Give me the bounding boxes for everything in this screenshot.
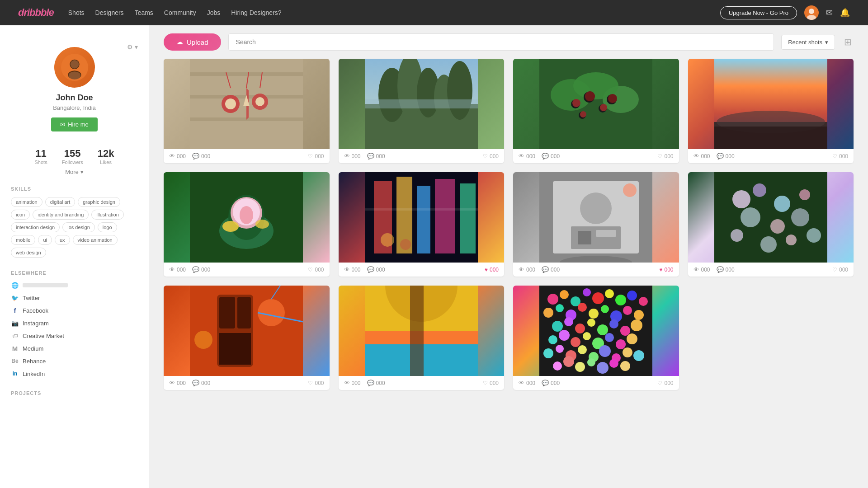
skill-graphic-design[interactable]: graphic design xyxy=(78,197,120,207)
shots-count: 11 xyxy=(35,148,47,160)
skill-digital-art[interactable]: digital art xyxy=(45,197,75,207)
recent-shots-dropdown[interactable]: Recent shots ▾ xyxy=(781,35,835,50)
views-count-1: 000 xyxy=(177,153,186,160)
elsewhere-instagram[interactable]: 📷 Instagram xyxy=(11,319,138,327)
svg-point-69 xyxy=(623,183,637,197)
svg-point-108 xyxy=(556,304,564,312)
shot-footer-5: 👁 000 💬 000 ♡ 000 xyxy=(164,263,330,277)
nav-designers[interactable]: Designers xyxy=(95,9,124,16)
svg-point-101 xyxy=(583,288,591,296)
nav-hiring[interactable]: Hiring Designers? xyxy=(231,9,281,16)
shot-card-7[interactable]: 👁 000 💬 000 ♥ 000 xyxy=(513,172,679,277)
skill-ios-design[interactable]: ios design xyxy=(62,222,95,232)
upload-label: Upload xyxy=(187,38,208,46)
svg-point-33 xyxy=(572,99,580,107)
skills-title: SKILLS xyxy=(11,186,138,192)
nav-community[interactable]: Community xyxy=(164,9,196,16)
svg-point-111 xyxy=(589,309,599,319)
nav-teams[interactable]: Teams xyxy=(135,9,153,16)
search-input[interactable] xyxy=(228,33,774,51)
heart-icon-10: ♡ xyxy=(483,380,488,386)
upload-icon: ☁ xyxy=(176,38,183,46)
hire-button[interactable]: Hire me xyxy=(51,117,98,131)
shot-image-7 xyxy=(513,172,679,263)
views-count-5: 000 xyxy=(177,267,186,273)
skill-ux[interactable]: ux xyxy=(55,235,70,245)
linkedin-label: LinkedIn xyxy=(23,371,45,377)
svg-point-17 xyxy=(225,99,236,109)
bell-icon[interactable]: 🔔 xyxy=(840,8,850,18)
comments-count-8: 000 xyxy=(726,267,735,273)
recent-shots-label: Recent shots xyxy=(788,39,822,46)
svg-point-106 xyxy=(639,297,648,306)
upload-button[interactable]: ☁ Upload xyxy=(164,33,221,51)
skill-video-animation[interactable]: video animation xyxy=(73,235,118,245)
comment-icon-7: 💬 xyxy=(542,266,549,273)
grid-view-button[interactable]: ⊞ xyxy=(842,35,854,49)
shot-card-2[interactable]: 👁 000 💬 000 ♡ 000 xyxy=(339,59,505,163)
elsewhere-linkedin[interactable]: in LinkedIn xyxy=(11,370,138,378)
profile-location: Bangalore, India xyxy=(53,104,96,111)
skill-illustration[interactable]: illustration xyxy=(91,210,124,220)
more-link[interactable]: More ▾ xyxy=(11,169,138,175)
skill-ui[interactable]: ui xyxy=(38,235,52,245)
shot-card-9[interactable]: 👁 000 💬 000 ♡ 000 xyxy=(164,286,330,390)
svg-rect-57 xyxy=(417,186,430,253)
nav-shots[interactable]: Shots xyxy=(68,9,85,16)
elsewhere-facebook[interactable]: f Facebook xyxy=(11,306,138,314)
likes-count-1: 000 xyxy=(315,153,324,160)
heart-icon-9: ♡ xyxy=(308,380,313,386)
heart-icon-1: ♡ xyxy=(308,153,313,160)
skill-interaction-design[interactable]: interaction design xyxy=(11,222,60,232)
shot-card-10[interactable]: 👁 000 💬 000 ♡ 000 xyxy=(339,286,505,390)
skill-icon[interactable]: icon xyxy=(11,210,30,220)
svg-rect-86 xyxy=(237,297,251,328)
settings-icon[interactable]: ⚙ ▾ xyxy=(127,43,138,51)
likes-count: 12k xyxy=(98,148,114,160)
shot-footer-9: 👁 000 💬 000 ♡ 000 xyxy=(164,376,330,390)
views-stat-7: 👁 000 xyxy=(519,266,535,273)
likes-stat-4: ♡ 000 xyxy=(832,153,848,160)
nav-jobs[interactable]: Jobs xyxy=(207,9,221,16)
upgrade-button[interactable]: Upgrade Now - Go Pro xyxy=(720,6,797,19)
svg-point-75 xyxy=(799,189,810,200)
skill-web-design[interactable]: web design xyxy=(11,248,46,258)
shot-image-4 xyxy=(688,59,854,149)
svg-point-41 xyxy=(580,111,586,117)
mail-icon[interactable]: ✉ xyxy=(826,8,833,18)
shot-card-1[interactable]: 👁 000 💬 000 ♡ 000 xyxy=(164,59,330,163)
svg-point-61 xyxy=(381,233,394,247)
navbar: dribbble Shots Designers Teams Community… xyxy=(0,0,868,25)
dribbble-logo[interactable]: dribbble xyxy=(18,7,54,19)
eye-icon-3: 👁 xyxy=(519,153,524,160)
skill-identity-branding[interactable]: identity and branding xyxy=(33,210,89,220)
shot-card-4[interactable]: 👁 000 💬 000 ♡ 000 xyxy=(688,59,854,163)
comments-count-10: 000 xyxy=(376,380,385,386)
comments-count-4: 000 xyxy=(726,153,735,160)
shot-card-8[interactable]: 👁 000 💬 000 ♡ 000 xyxy=(688,172,854,277)
shots-grid: 👁 000 💬 000 ♡ 000 xyxy=(149,59,868,404)
svg-point-98 xyxy=(547,294,558,305)
comment-icon-10: 💬 xyxy=(367,380,374,386)
svg-point-127 xyxy=(583,332,591,340)
views-stat-4: 👁 000 xyxy=(693,153,710,160)
svg-rect-87 xyxy=(219,333,251,365)
shot-card-5[interactable]: 👁 000 💬 000 ♡ 000 xyxy=(164,172,330,277)
likes-stat-10: ♡ 000 xyxy=(483,380,499,386)
shot-card-11[interactable]: 👁 000 💬 000 ♡ 000 xyxy=(513,286,679,390)
elsewhere-twitter[interactable]: 🐦 Twitter xyxy=(11,294,138,302)
elsewhere-behance[interactable]: Bē Behance xyxy=(11,357,138,365)
skill-mobile[interactable]: mobile xyxy=(11,235,35,245)
eye-icon-10: 👁 xyxy=(344,380,350,386)
skill-animation[interactable]: animation xyxy=(11,197,42,207)
svg-point-142 xyxy=(563,356,574,367)
elsewhere-creative-market[interactable]: 🏷 Creative Market xyxy=(11,332,138,340)
shot-card-3[interactable]: 👁 000 💬 000 ♡ 000 xyxy=(513,59,679,163)
views-count-6: 000 xyxy=(352,267,361,273)
skill-logo[interactable]: logo xyxy=(98,222,117,232)
user-avatar[interactable] xyxy=(804,5,819,20)
elsewhere-url[interactable]: 🌐 xyxy=(11,281,138,289)
shot-card-6[interactable]: 👁 000 💬 000 ♥ 000 xyxy=(339,172,505,277)
elsewhere-medium[interactable]: M Medium xyxy=(11,344,138,352)
svg-point-91 xyxy=(194,331,212,349)
